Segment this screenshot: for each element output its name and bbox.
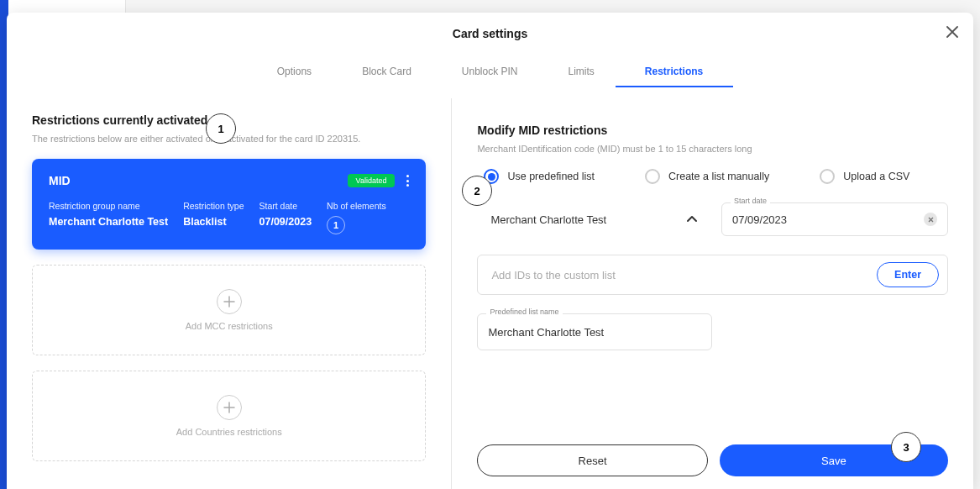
radio-icon xyxy=(820,169,835,184)
right-section-subtitle: Merchant IDentification code (MID) must … xyxy=(477,144,948,154)
add-ids-container: Enter xyxy=(477,255,948,295)
close-icon xyxy=(928,217,934,223)
right-section-title: Modify MID restrictions xyxy=(477,124,948,137)
reset-button[interactable]: Reset xyxy=(477,444,707,476)
add-countries-button[interactable]: Add Countries restrictions xyxy=(32,371,426,461)
chevron-up-icon xyxy=(686,215,698,223)
tab-limits[interactable]: Limits xyxy=(543,57,620,86)
mid-card-title: MID xyxy=(49,174,71,187)
add-mcc-button[interactable]: Add MCC restrictions xyxy=(32,265,426,355)
tab-options[interactable]: Options xyxy=(252,57,337,86)
tab-block-card[interactable]: Block Card xyxy=(337,57,437,86)
callout-1: 1 xyxy=(206,113,236,144)
start-date-input-value: 07/09/2023 xyxy=(732,213,924,226)
predefined-list-dropdown[interactable]: Merchant Charlotte Test xyxy=(480,202,708,236)
add-ids-input[interactable] xyxy=(491,269,877,281)
callout-3: 3 xyxy=(891,432,921,462)
close-icon xyxy=(946,26,958,38)
elements-label: Nb of elements xyxy=(327,201,386,211)
predefined-list-name-value: Merchant Charlotte Test xyxy=(488,326,604,339)
radio-upload-csv[interactable]: Upload a CSV xyxy=(820,169,909,184)
radio-icon xyxy=(645,169,660,184)
mid-restriction-card[interactable]: MID Validated Restriction group name Mer… xyxy=(32,159,426,250)
enter-button[interactable]: Enter xyxy=(877,262,939,287)
card-settings-modal: Card settings Options Block Card Unblock… xyxy=(7,13,973,489)
kebab-menu-button[interactable] xyxy=(406,175,409,187)
radio-predefined-list[interactable]: Use predefined list xyxy=(484,169,595,184)
tab-unblock-pin[interactable]: Unblock PIN xyxy=(437,57,543,86)
predefined-list-name-field[interactable]: Predefined list name Merchant Charlotte … xyxy=(477,313,712,350)
add-mcc-label: Add MCC restrictions xyxy=(186,321,273,331)
close-button[interactable] xyxy=(946,26,958,38)
restriction-group-value: Merchant Charlotte Test xyxy=(49,216,168,228)
radio-manual-label: Create a list manually xyxy=(668,171,769,182)
dropdown-value: Merchant Charlotte Test xyxy=(490,213,606,226)
status-badge: Validated xyxy=(348,174,396,187)
plus-icon xyxy=(217,395,242,420)
restriction-type-label: Restriction type xyxy=(183,201,244,211)
clear-date-button[interactable] xyxy=(924,213,937,226)
start-date-label: Start date xyxy=(259,201,312,211)
start-date-value: 07/09/2023 xyxy=(259,216,312,228)
elements-count: 1 xyxy=(327,216,345,234)
modal-title: Card settings xyxy=(453,27,527,40)
start-date-float-label: Start date xyxy=(731,197,770,205)
restriction-type-value: Blacklist xyxy=(183,216,244,228)
add-countries-label: Add Countries restrictions xyxy=(176,427,282,437)
plus-icon xyxy=(217,289,242,314)
callout-2: 2 xyxy=(462,176,492,206)
restriction-group-label: Restriction group name xyxy=(49,201,168,211)
tab-bar: Options Block Card Unblock PIN Limits Re… xyxy=(7,55,973,88)
radio-manual-list[interactable]: Create a list manually xyxy=(645,169,769,184)
predefined-list-name-label: Predefined list name xyxy=(486,308,562,316)
start-date-field[interactable]: Start date 07/09/2023 xyxy=(721,202,948,236)
kebab-icon xyxy=(406,175,409,177)
tab-restrictions[interactable]: Restrictions xyxy=(620,57,728,86)
radio-csv-label: Upload a CSV xyxy=(843,171,909,182)
radio-predefined-label: Use predefined list xyxy=(507,171,595,182)
